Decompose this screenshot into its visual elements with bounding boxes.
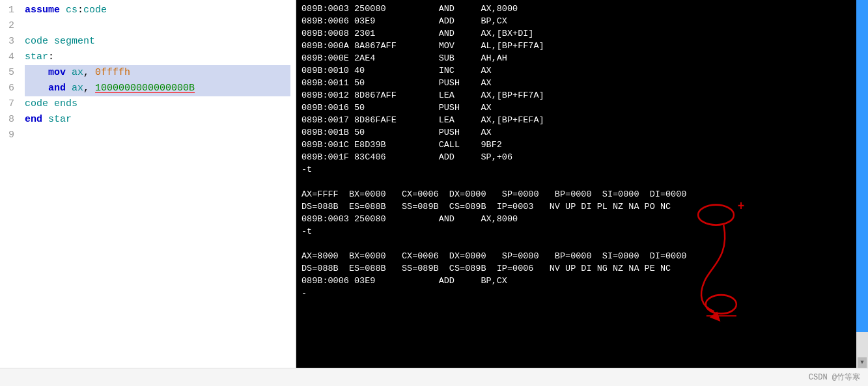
terminal-line-10: 089B:0017 8D86FAFE LEA AX,[BP+FEFA] [301,114,851,126]
line-numbers: 1 2 3 4 5 6 7 8 9 [0,3,20,365]
terminal-wrapper: 089B:0003 250080 AND AX,8000 089B:0006 0… [296,0,856,368]
main-content: 1 2 3 4 5 6 7 8 9 assume cs:code code se… [0,0,868,368]
scrollbar[interactable]: ▲ ▼ [856,0,868,368]
code-line-9 [25,128,290,143]
code-line-6: and ax, 1000000000000000B [25,81,290,96]
author-label: CSDN @竹等寒 [809,372,860,383]
bottom-bar: CSDN @竹等寒 [0,368,868,386]
terminal-line-13: 089B:001F 83C406 ADD SP,+06 [301,151,851,163]
terminal-line-18: 089B:0003 250080 AND AX,8000 [301,213,851,225]
code-line-5: mov ax, 0ffffh [25,65,290,81]
terminal-line-7: 089B:0011 50 PUSH AX [301,77,851,89]
terminal-line-20 [301,238,851,250]
terminal-line-23: 089B:0006 03E9 ADD BP,CX [301,275,851,287]
terminal: 089B:0003 250080 AND AX,8000 089B:0006 0… [296,0,856,368]
code-lines: 1 2 3 4 5 6 7 8 9 assume cs:code code se… [0,0,296,368]
terminal-line-21: AX=8000 BX=0000 CX=0006 DX=0000 SP=0000 … [301,250,851,262]
code-line-1: assume cs:code [25,3,290,18]
code-editor: 1 2 3 4 5 6 7 8 9 assume cs:code code se… [0,0,296,368]
terminal-line-6: 089B:0010 40 INC AX [301,64,851,77]
terminal-line-3: 089B:0008 2301 AND AX,[BX+DI] [301,27,851,40]
terminal-line-17: DS=088B ES=088B SS=089B CS=089B IP=0003 … [301,200,851,213]
terminal-line-1: 089B:0003 250080 AND AX,8000 [301,3,851,15]
blue-accent-bar [856,0,868,332]
terminal-line-15 [301,176,851,188]
terminal-line-5: 089B:000E 2AE4 SUB AH,AH [301,52,851,64]
code-line-2 [25,18,290,34]
terminal-line-2: 089B:0006 03E9 ADD BP,CX [301,15,851,27]
code-line-7: code ends [25,96,290,112]
code-line-8: end star [25,112,290,128]
terminal-line-19: -t [301,225,851,238]
scroll-down-arrow[interactable]: ▼ [858,357,867,368]
code-content: assume cs:code code segment star: mov ax… [20,3,296,365]
code-line-4: star: [25,49,290,65]
terminal-line-9: 089B:0016 50 PUSH AX [301,102,851,114]
terminal-line-11: 089B:001B 50 PUSH AX [301,126,851,139]
terminal-line-12: 089B:001C E8D39B CALL 9BF2 [301,139,851,151]
terminal-line-22: DS=088B ES=088B SS=089B CS=089B IP=0006 … [301,262,851,275]
terminal-line-16: AX=FFFF BX=0000 CX=0006 DX=0000 SP=0000 … [301,188,851,200]
terminal-line-4: 089B:000A 8A867AFF MOV AL,[BP+FF7A] [301,40,851,52]
terminal-line-14: -t [301,163,851,176]
terminal-line-24: - [301,287,851,299]
terminal-line-8: 089B:0012 8D867AFF LEA AX,[BP+FF7A] [301,89,851,102]
code-line-3: code segment [25,34,290,49]
